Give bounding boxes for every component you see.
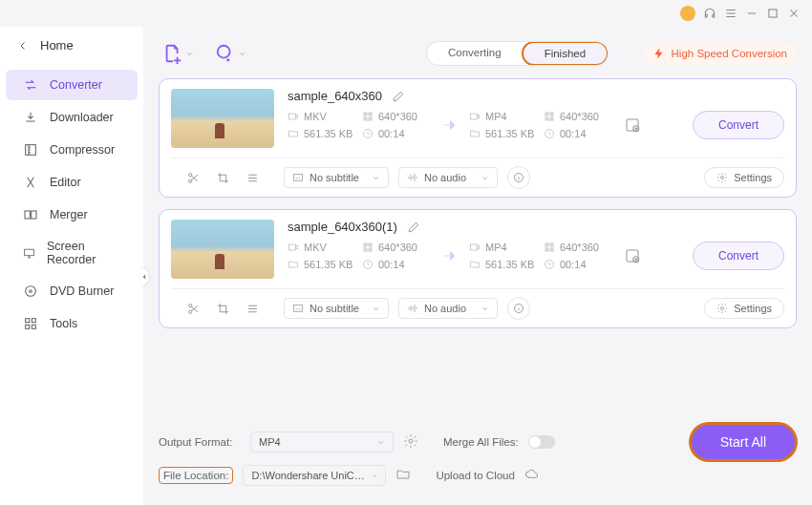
file-location-dropdown[interactable]: D:\Wondershare UniConverter 1 <box>243 465 386 486</box>
meta-item: 561.35 KB <box>288 259 356 270</box>
add-file-button[interactable] <box>159 39 198 68</box>
sidebar-item-editor[interactable]: Editor <box>6 167 138 198</box>
info-icon <box>513 172 524 183</box>
svg-point-38 <box>409 439 413 443</box>
meta-item: 00:14 <box>544 128 612 139</box>
tab-converting[interactable]: Converting <box>427 42 523 65</box>
meta-item: MP4 <box>469 111 538 122</box>
svg-point-24 <box>721 177 724 179</box>
folder-icon <box>469 128 481 139</box>
sidebar-item-label: Screen Recorder <box>47 240 120 266</box>
start-all-button[interactable]: Start All <box>690 423 797 461</box>
crop-icon[interactable] <box>217 303 229 315</box>
output-format-dropdown[interactable]: MP4 <box>250 431 394 452</box>
home-button[interactable]: Home <box>0 31 143 60</box>
video-thumbnail[interactable] <box>171 220 274 279</box>
output-settings-button[interactable] <box>403 433 418 451</box>
chevron-down-icon <box>372 174 380 182</box>
subtitle-dropdown[interactable]: No subtitle <box>284 167 389 188</box>
card-settings-button[interactable]: Settings <box>704 298 784 319</box>
meta-item: MKV <box>288 242 356 253</box>
tab-finished[interactable]: Finished <box>522 41 609 66</box>
meta-item: 561.35 KB <box>288 128 356 139</box>
svg-rect-8 <box>32 319 35 323</box>
svg-rect-28 <box>471 244 478 250</box>
trim-icon[interactable] <box>187 172 200 184</box>
info-button[interactable] <box>507 297 530 320</box>
chevron-down-icon <box>372 305 380 313</box>
merge-all-toggle[interactable] <box>528 435 555 449</box>
meta-item: MP4 <box>469 242 538 253</box>
avatar-icon[interactable] <box>680 6 695 21</box>
more-icon[interactable] <box>246 172 259 184</box>
crop-icon[interactable] <box>217 172 229 184</box>
svg-rect-9 <box>26 325 30 328</box>
sidebar-item-tools[interactable]: Tools <box>6 308 138 339</box>
chevron-down-icon <box>185 50 194 58</box>
sidebar-item-screen-recorder[interactable]: Screen Recorder <box>6 232 138 274</box>
convert-button[interactable]: Convert <box>693 111 784 139</box>
sidebar-item-compressor[interactable]: Compressor <box>6 135 138 165</box>
audio-dropdown[interactable]: No audio <box>398 298 498 319</box>
minimize-icon[interactable] <box>745 7 759 20</box>
svg-rect-29 <box>545 243 553 251</box>
video-icon <box>288 111 299 122</box>
high-speed-conversion-button[interactable]: High Speed Conversion <box>643 42 797 65</box>
folder-icon <box>395 467 411 482</box>
home-label: Home <box>40 38 74 53</box>
svg-rect-4 <box>25 249 34 256</box>
folder-icon <box>288 128 299 139</box>
convert-button[interactable]: Convert <box>693 242 784 270</box>
sidebar-item-label: Tools <box>50 317 77 330</box>
sidebar-item-label: Converter <box>50 78 102 92</box>
add-file-icon <box>162 43 183 64</box>
sidebar-item-label: Merger <box>50 208 88 221</box>
sidebar-item-downloader[interactable]: Downloader <box>6 102 138 133</box>
svg-point-11 <box>218 46 230 58</box>
add-url-button[interactable] <box>211 39 250 68</box>
sidebar-item-converter[interactable]: Converter <box>6 70 138 100</box>
file-output-settings-button[interactable] <box>624 116 641 134</box>
card-settings-button[interactable]: Settings <box>704 167 784 188</box>
output-format-label: Output Format: <box>159 436 241 448</box>
edit-name-icon[interactable] <box>392 90 405 103</box>
sidebar-item-merger[interactable]: Merger <box>6 200 138 230</box>
close-icon[interactable] <box>787 7 801 20</box>
footer: Output Format: MP4 Merge All Files: Star… <box>159 413 797 494</box>
arrow-icon <box>437 116 463 135</box>
sidebar: Home Converter Downloader Compressor Edi… <box>0 27 143 505</box>
meta-item: 640*360 <box>362 242 431 253</box>
svg-rect-12 <box>289 114 296 119</box>
chevron-down-icon <box>481 174 489 182</box>
svg-rect-15 <box>471 114 478 119</box>
chevron-down-icon <box>372 472 378 480</box>
sidebar-item-dvd-burner[interactable]: DVD Burner <box>6 276 138 306</box>
info-button[interactable] <box>507 166 530 189</box>
clock-icon <box>544 259 555 270</box>
open-folder-button[interactable] <box>395 467 411 484</box>
subtitle-dropdown[interactable]: No subtitle <box>284 298 389 319</box>
clock-icon <box>544 128 555 139</box>
upload-cloud-button[interactable] <box>524 467 540 484</box>
audio-dropdown[interactable]: No audio <box>398 167 498 188</box>
svg-point-5 <box>26 286 36 297</box>
res-icon <box>544 242 555 253</box>
meta-item: MKV <box>288 111 356 122</box>
cloud-icon <box>524 467 540 482</box>
file-output-settings-button[interactable] <box>624 247 641 264</box>
trim-icon[interactable] <box>187 303 200 315</box>
headset-icon[interactable] <box>703 7 716 20</box>
meta-item: 640*360 <box>544 242 612 253</box>
menu-icon[interactable] <box>724 7 737 20</box>
subtitle-icon <box>292 303 304 314</box>
meta-item: 00:14 <box>544 259 612 270</box>
svg-rect-25 <box>289 244 296 250</box>
video-thumbnail[interactable] <box>171 89 274 148</box>
svg-rect-0 <box>769 10 777 17</box>
svg-rect-22 <box>294 175 303 181</box>
edit-name-icon[interactable] <box>407 221 420 234</box>
compress-icon <box>23 142 38 158</box>
more-icon[interactable] <box>246 303 259 315</box>
maximize-icon[interactable] <box>766 7 780 20</box>
download-icon <box>23 110 38 125</box>
